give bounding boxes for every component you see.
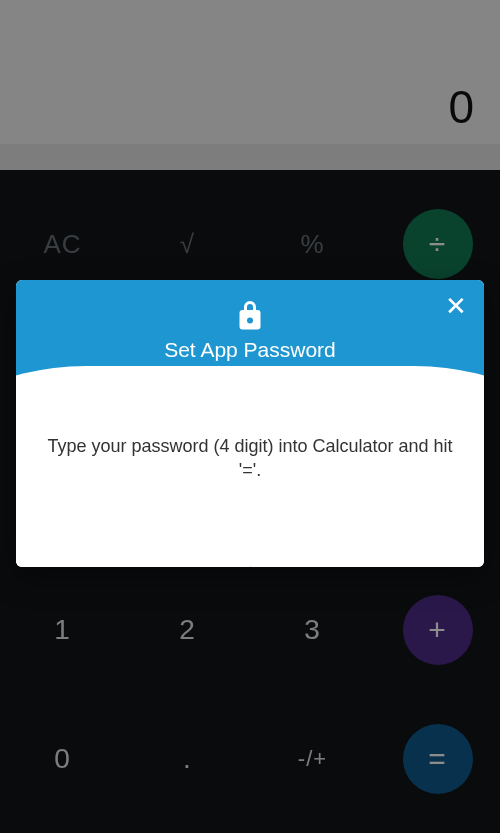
- dialog-close-button[interactable]: ✕: [438, 288, 474, 324]
- dialog-title: Set App Password: [32, 338, 468, 362]
- dialog-header: ✕ Set App Password: [16, 280, 484, 396]
- dialog-body-text: Type your password (4 digit) into Calcul…: [16, 396, 484, 509]
- lock-icon: [232, 298, 268, 334]
- set-password-dialog: ✕ Set App Password Type your password (4…: [16, 280, 484, 567]
- close-icon: ✕: [445, 291, 467, 322]
